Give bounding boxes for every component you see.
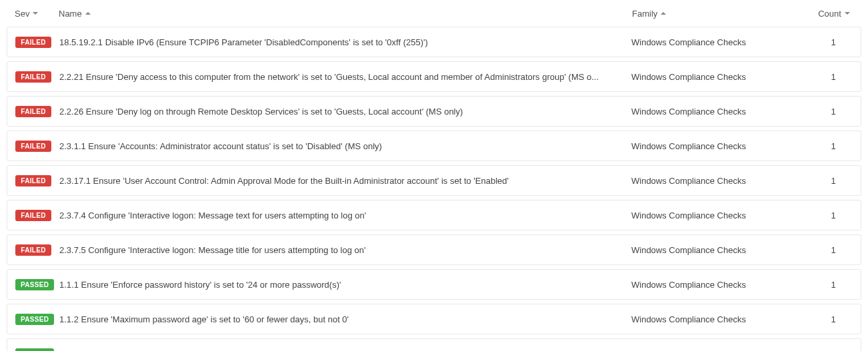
finding-family: Windows Compliance Checks [631, 37, 810, 47]
finding-family: Windows Compliance Checks [631, 176, 810, 186]
status-badge: PASSED [15, 348, 54, 352]
finding-family: Windows Compliance Checks [631, 280, 810, 290]
finding-family: Windows Compliance Checks [631, 107, 810, 117]
column-header-count[interactable]: Count [811, 9, 857, 19]
status-badge: FAILED [15, 175, 51, 186]
sort-caret-down-icon [33, 12, 38, 15]
finding-count: 1 [810, 245, 857, 255]
table-row[interactable]: PASSED1.1.2 Ensure 'Maximum password age… [7, 304, 861, 334]
finding-count: 1 [810, 37, 857, 47]
table-row[interactable]: FAILED2.2.26 Ensure 'Deny log on through… [7, 96, 861, 127]
sort-caret-up-icon [661, 12, 666, 15]
status-badge: FAILED [15, 106, 51, 117]
finding-count: 1 [810, 210, 857, 220]
finding-name: 1.1.2 Ensure 'Maximum password age' is s… [59, 314, 621, 324]
finding-count: 1 [810, 314, 857, 324]
finding-name: 2.2.26 Ensure 'Deny log on through Remot… [59, 107, 621, 117]
table-row[interactable]: FAILED2.3.7.5 Configure 'Interactive log… [7, 234, 861, 265]
table-body: FAILED18.5.19.2.1 Disable IPv6 (Ensure T… [7, 27, 861, 351]
table-row[interactable]: PASSED1.1.1 Ensure 'Enforce password his… [7, 269, 861, 300]
finding-name: 18.5.19.2.1 Disable IPv6 (Ensure TCPIP6 … [59, 37, 621, 47]
finding-count: 1 [810, 141, 857, 151]
status-badge: PASSED [15, 314, 54, 325]
finding-count: 1 [810, 72, 857, 82]
column-header-sev-label: Sev [15, 9, 29, 19]
finding-family: Windows Compliance Checks [631, 245, 810, 255]
sort-caret-up-icon [85, 12, 91, 15]
sort-caret-down-icon [845, 12, 850, 15]
finding-name: 2.2.21 Ensure 'Deny access to this compu… [59, 72, 621, 82]
finding-family: Windows Compliance Checks [631, 141, 810, 151]
finding-count: 1 [810, 280, 857, 290]
table-row[interactable]: PASSED1.1.3 Ensure 'Minimum password age… [7, 338, 861, 351]
column-header-name[interactable]: Name [59, 9, 621, 19]
table-row[interactable]: FAILED2.3.1.1 Ensure 'Accounts: Administ… [7, 131, 861, 161]
finding-count: 1 [810, 349, 857, 352]
finding-count: 1 [810, 107, 857, 117]
finding-name: 2.3.7.4 Configure 'Interactive logon: Me… [59, 210, 621, 220]
status-badge: FAILED [15, 141, 51, 152]
table-row[interactable]: FAILED2.2.21 Ensure 'Deny access to this… [7, 61, 861, 92]
finding-name: 2.3.7.5 Configure 'Interactive logon: Me… [59, 245, 621, 255]
finding-family: Windows Compliance Checks [631, 210, 810, 220]
finding-name: 1.1.3 Ensure 'Minimum password age' is s… [59, 349, 621, 352]
column-header-family-label: Family [632, 9, 657, 19]
findings-table: Sev Name Family Count FAILED18.5.19.2.1 … [0, 0, 868, 351]
table-row[interactable]: FAILED18.5.19.2.1 Disable IPv6 (Ensure T… [7, 27, 861, 57]
column-header-family[interactable]: Family [632, 9, 811, 19]
status-badge: FAILED [15, 71, 51, 83]
status-badge: PASSED [15, 279, 54, 290]
finding-name: 1.1.1 Ensure 'Enforce password history' … [59, 280, 621, 290]
table-row[interactable]: FAILED2.3.7.4 Configure 'Interactive log… [7, 200, 861, 230]
finding-count: 1 [810, 176, 857, 186]
finding-family: Windows Compliance Checks [631, 349, 810, 352]
status-badge: FAILED [15, 37, 51, 48]
status-badge: FAILED [15, 210, 51, 221]
table-row[interactable]: FAILED2.3.17.1 Ensure 'User Account Cont… [7, 165, 861, 196]
finding-family: Windows Compliance Checks [631, 72, 810, 82]
column-header-sev[interactable]: Sev [15, 9, 59, 19]
column-header-name-label: Name [59, 9, 82, 19]
finding-name: 2.3.1.1 Ensure 'Accounts: Administrator … [59, 141, 621, 151]
finding-name: 2.3.17.1 Ensure 'User Account Control: A… [59, 176, 621, 186]
column-header-count-label: Count [818, 9, 841, 19]
table-header-row: Sev Name Family Count [7, 0, 861, 27]
status-badge: FAILED [15, 244, 51, 256]
finding-family: Windows Compliance Checks [631, 314, 810, 324]
